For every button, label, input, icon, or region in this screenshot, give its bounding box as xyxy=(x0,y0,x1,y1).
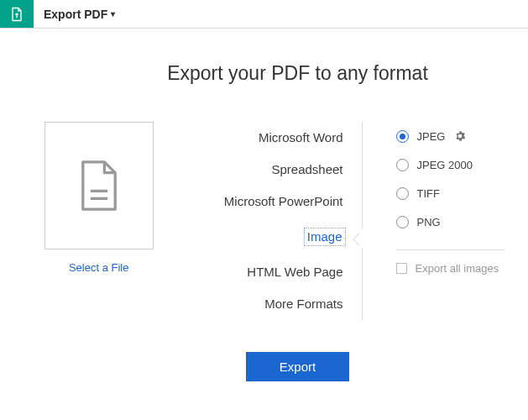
radio-icon xyxy=(396,187,409,200)
file-drop-area[interactable] xyxy=(44,122,154,249)
page-title: Export your PDF to any format xyxy=(91,62,504,85)
subformat-option-tiff[interactable]: TIFF xyxy=(396,179,504,207)
gear-icon[interactable] xyxy=(454,130,466,142)
radio-icon xyxy=(396,159,409,171)
checkbox-icon xyxy=(396,263,407,274)
content-row: Select a File Microsoft Word Spreadsheet… xyxy=(24,122,504,320)
caret-down-icon: ▾ xyxy=(111,9,115,18)
divider xyxy=(396,249,504,250)
format-option-powerpoint[interactable]: Microsoft PowerPoint xyxy=(191,186,361,218)
format-option-word[interactable]: Microsoft Word xyxy=(191,122,361,154)
subformat-label: JPEG xyxy=(417,130,446,143)
toolbar-title-dropdown[interactable]: Export PDF ▾ xyxy=(34,0,125,28)
subformat-label: JPEG 2000 xyxy=(417,159,473,171)
format-option-html[interactable]: HTML Web Page xyxy=(191,256,361,288)
toolbar: Export PDF ▾ xyxy=(0,0,528,29)
document-icon xyxy=(77,159,121,213)
export-all-images-checkbox[interactable]: Export all images xyxy=(396,262,504,275)
format-option-image-wrap: Image xyxy=(191,218,361,256)
subformat-option-jpeg2000[interactable]: JPEG 2000 xyxy=(396,150,504,179)
toolbar-title-text: Export PDF xyxy=(44,8,107,21)
main-panel: Export your PDF to any format Select a F… xyxy=(0,29,528,398)
subformat-list: JPEG JPEG 2000 TIFF PNG Export all image xyxy=(388,122,504,275)
format-list: Microsoft Word Spreadsheet Microsoft Pow… xyxy=(191,122,362,320)
export-pdf-icon-tile xyxy=(0,0,34,28)
format-option-spreadsheet[interactable]: Spreadsheet xyxy=(191,154,361,186)
subformat-label: TIFF xyxy=(417,187,440,200)
subformat-option-jpeg[interactable]: JPEG xyxy=(396,122,504,150)
format-option-image[interactable]: Image xyxy=(304,228,346,246)
select-file-link[interactable]: Select a File xyxy=(69,261,129,274)
selection-notch xyxy=(351,229,363,248)
export-button[interactable]: Export xyxy=(246,352,349,381)
subformat-label: PNG xyxy=(417,216,441,228)
radio-icon xyxy=(396,130,409,143)
format-option-more[interactable]: More Formats xyxy=(191,288,361,320)
export-pdf-icon xyxy=(8,6,25,23)
export-button-row: Export xyxy=(91,352,504,381)
radio-icon xyxy=(396,216,409,228)
subformat-option-png[interactable]: PNG xyxy=(396,207,504,236)
file-panel: Select a File xyxy=(24,122,165,274)
export-all-images-label: Export all images xyxy=(416,262,499,275)
